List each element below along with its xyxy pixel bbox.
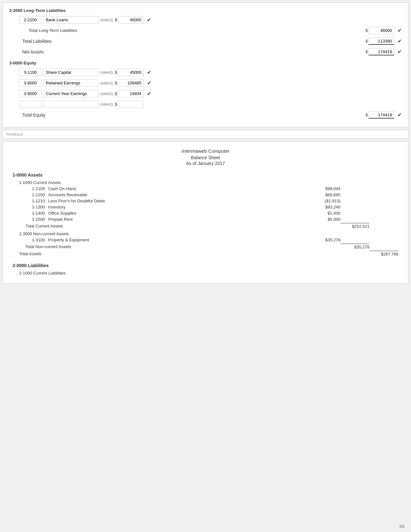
total-lt-check[interactable]: ✔ [397, 27, 402, 34]
current-year-amount[interactable] [118, 90, 144, 97]
total-equity-label: Total Equity [22, 112, 93, 118]
dollar-sign-5: $ [115, 70, 117, 75]
net-assets-check[interactable]: ✔ [397, 49, 402, 55]
share-capital-select[interactable]: (select) [100, 70, 113, 75]
dollar-sign-9: $ [366, 112, 368, 117]
dd-code: 1-1210 [32, 198, 45, 203]
current-year-select[interactable]: (select) [100, 92, 113, 96]
share-capital-code[interactable] [19, 69, 42, 76]
total-noncurrent-assets-row: Total Non-current Assets $35,278 [13, 244, 398, 249]
noncurrent-assets-header: 1-3000 Non-current Assets [19, 231, 398, 236]
property-equipment-row: 1-3100 Property & Equipment $35,278 [13, 237, 398, 242]
total-liabilities-check[interactable]: ✔ [397, 38, 402, 44]
retained-earnings-name[interactable] [44, 79, 98, 87]
dd-amount: ($1,913) [311, 198, 340, 203]
total-equity-amount[interactable] [368, 111, 394, 119]
dollar-sign-6: $ [115, 81, 117, 85]
empty-amount-group: $ [115, 101, 143, 108]
bank-loans-row: (select) $ ✔ [9, 16, 402, 24]
inv-name: Inventory [48, 205, 311, 209]
cash-on-hand-row: 1-1100 Cash On Hand $98,094 [13, 186, 398, 191]
feedback-label: Feedback [6, 132, 23, 137]
current-year-earnings-row: (select) $ ✔ [9, 90, 402, 97]
net-assets-row: Net Assets $ ✔ [9, 48, 402, 55]
dollar-sign-3: $ [366, 39, 368, 44]
retained-earnings-amount-group: $ [115, 79, 143, 87]
pe-name: Property & Equipment [48, 237, 311, 242]
share-capital-amount-group: $ [115, 69, 143, 76]
liabilities-header: 2-0000 Liabilities [13, 263, 398, 268]
pr-code: 1-1500 [32, 217, 45, 222]
equity-header: 3-0000 Equity [9, 61, 402, 65]
prepaid-rent-row: 1-1500 Prepaid Rent $5,000 [13, 217, 398, 222]
total-lt-amount[interactable] [368, 27, 394, 34]
total-equity-check[interactable]: ✔ [397, 112, 402, 118]
os-code: 1-1400 [32, 211, 45, 216]
bank-loans-check[interactable]: ✔ [147, 17, 151, 23]
share-capital-row: (select) $ ✔ [9, 69, 402, 76]
retained-earnings-code[interactable] [19, 79, 42, 87]
bank-loans-select[interactable]: (select) [100, 18, 113, 22]
empty-select[interactable]: (select) [100, 102, 113, 107]
report-date: As of January 2017 [13, 161, 398, 166]
total-equity-row: Total Equity $ ✔ [9, 111, 402, 119]
pr-amount: $5,000 [311, 217, 340, 222]
current-year-check[interactable]: ✔ [147, 91, 151, 97]
total-current-assets-row: Total Current Assets $252,521 [13, 223, 398, 229]
dollar-sign-2: $ [366, 28, 368, 33]
lt-liabilities-header: 2-2000 Long-Term Liabilities [9, 8, 402, 13]
empty-amount[interactable] [118, 101, 144, 108]
total-ca-label: Total Current Assets [25, 224, 311, 228]
top-editing-section: 2-2000 Long-Term Liabilities (select) $ … [3, 3, 408, 127]
total-liabilities-amount[interactable] [368, 37, 394, 45]
retained-earnings-row: (select) $ ✔ [9, 79, 402, 87]
share-capital-name[interactable] [44, 69, 98, 76]
net-assets-amount[interactable] [368, 48, 394, 55]
pe-code: 1-3100 [32, 237, 45, 242]
assets-header: 1-0000 Assets [13, 172, 398, 178]
current-assets-header: 1-1000 Current Assets [19, 180, 398, 185]
ar-amount: $66,695 [311, 192, 340, 197]
current-year-amount-group: $ [115, 90, 143, 97]
empty-code[interactable] [19, 101, 42, 108]
total-liabilities-label: Total Liabilities [22, 39, 93, 44]
bank-loans-name[interactable] [44, 16, 98, 24]
report-title: Balance Sheet [13, 155, 398, 160]
empty-name[interactable] [44, 101, 98, 108]
dd-name: Less Prov'n for Doubtful Debts [48, 198, 311, 203]
cash-code: 1-1100 [32, 186, 45, 191]
inv-code: 1-1300 [32, 205, 45, 209]
os-amount: $1,405 [311, 211, 340, 216]
cash-name: Cash On Hand [48, 186, 311, 191]
retained-earnings-check[interactable]: ✔ [147, 80, 151, 86]
retained-earnings-select[interactable]: (select) [100, 81, 113, 85]
total-liabilities-amount-group: $ [366, 37, 394, 45]
os-name: Office Supplies [48, 211, 311, 216]
dollar-sign-4: $ [366, 49, 368, 54]
pr-name: Prepaid Rent [48, 217, 311, 222]
inventory-row: 1-1300 Inventory $83,240 [13, 205, 398, 209]
total-ca-amount: $252,521 [340, 223, 369, 229]
total-lt-amount-group: $ [366, 27, 394, 34]
total-nca-amount: $35,278 [340, 244, 369, 249]
share-capital-check[interactable]: ✔ [147, 69, 151, 75]
current-liabilities-header: 2-1000 Current Liabilities [19, 271, 398, 276]
empty-equity-row: (select) $ [9, 101, 402, 108]
total-equity-amount-group: $ [366, 111, 394, 119]
report-company: Intermaweb Computer [13, 148, 398, 154]
accounts-receivable-row: 1-1200 Accounts Receivable $66,695 [13, 192, 398, 197]
inv-amount: $83,240 [311, 205, 340, 209]
current-year-name[interactable] [44, 90, 98, 97]
net-assets-label: Net Assets [22, 49, 93, 54]
total-assets-row: Total Assets $287,799 [13, 251, 398, 256]
current-year-code[interactable] [19, 90, 42, 97]
doubtful-debts-row: 1-1210 Less Prov'n for Doubtful Debts ($… [13, 198, 398, 203]
report-section: Intermaweb Computer Balance Sheet As of … [3, 141, 408, 284]
share-capital-amount[interactable] [118, 69, 144, 76]
feedback-bar: Feedback [3, 130, 408, 139]
ar-code: 1-1200 [32, 192, 45, 197]
bank-loans-code[interactable] [19, 16, 42, 24]
bank-loans-amount[interactable] [118, 16, 144, 24]
retained-earnings-amount[interactable] [118, 79, 144, 87]
bank-loans-amount-group: $ [115, 16, 143, 24]
